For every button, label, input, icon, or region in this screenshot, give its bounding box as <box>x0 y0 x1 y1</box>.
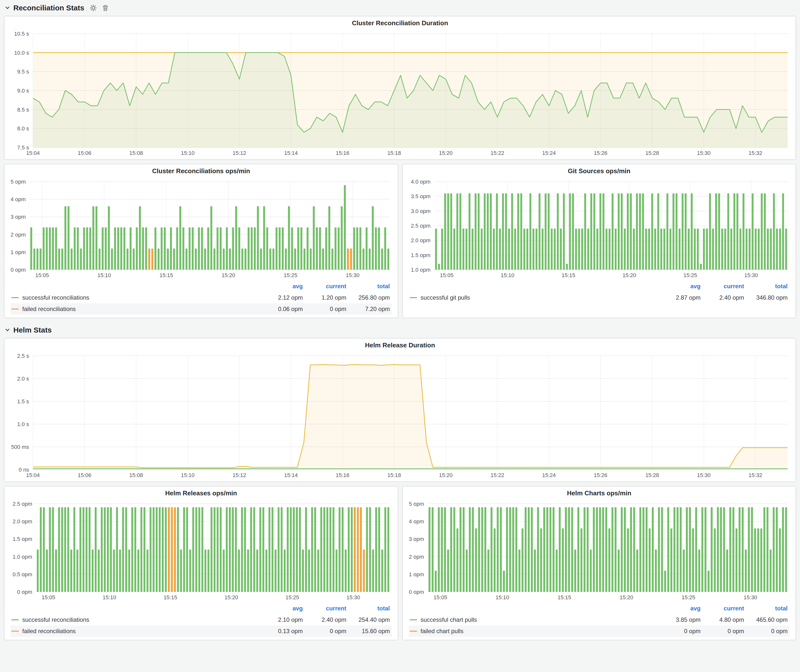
legend-header-avg[interactable]: avg <box>261 605 305 612</box>
svg-text:15:14: 15:14 <box>284 472 298 478</box>
chart-cluster-reconciliations-opm[interactable]: 0 opm1 opm2 opm3 opm4 opm5 opm15:0515:10… <box>6 178 396 280</box>
legend-value: 7.20 opm <box>348 306 392 312</box>
legend-value: 2.40 opm <box>305 616 348 623</box>
chevron-down-icon[interactable] <box>5 328 10 333</box>
legend-header-row: avgcurrenttotal <box>10 603 392 614</box>
legend-value: 0 opm <box>702 628 746 635</box>
svg-text:2.5 opm: 2.5 opm <box>411 223 431 229</box>
svg-text:0.5 opm: 0.5 opm <box>13 571 32 578</box>
chart-helm-releases-opm[interactable]: 0 opm0.5 opm1.0 opm1.5 opm2.0 opm2.5 opm… <box>6 500 396 602</box>
panel-title[interactable]: Cluster Reconciliation Duration <box>6 16 794 30</box>
series-dash-icon <box>410 297 417 298</box>
panel-row-reconciliation: Cluster Reconciliations ops/min 0 opm1 o… <box>4 164 796 318</box>
panel-title[interactable]: Helm Release Duration <box>6 338 794 352</box>
panel-title[interactable]: Git Sources ops/min <box>405 164 794 178</box>
svg-text:9.0 s: 9.0 s <box>17 88 29 94</box>
panel-title[interactable]: Helm Charts ops/min <box>405 486 794 500</box>
legend-row[interactable]: failed chart pulls0 opm0 opm0 opm <box>409 626 790 637</box>
legend-header-current[interactable]: current <box>305 283 348 290</box>
svg-text:15:10: 15:10 <box>181 472 194 478</box>
legend-header-current[interactable]: current <box>702 605 746 612</box>
legend-header-avg[interactable]: avg <box>261 283 305 290</box>
chart-helm-release-duration[interactable]: 0 ns500 ms1.0 s1.5 s2.0 s2.5 s15:0415:06… <box>6 352 794 480</box>
legend-value: 346.80 opm <box>746 294 790 301</box>
panel-title[interactable]: Cluster Reconciliations ops/min <box>6 164 396 178</box>
svg-text:15:18: 15:18 <box>387 150 401 156</box>
legend-helm-releases: avgcurrenttotalsuccessful reconciliation… <box>6 602 396 638</box>
svg-text:15:10: 15:10 <box>501 272 514 278</box>
svg-text:2.5 s: 2.5 s <box>17 353 29 359</box>
legend-row[interactable]: failed reconciliations0.13 opm0 opm15.60… <box>10 626 392 637</box>
series-dash-icon <box>11 619 19 620</box>
legend-header-current[interactable]: current <box>305 605 348 612</box>
legend-row[interactable]: failed reconciliations0.06 opm0 opm7.20 … <box>10 303 392 315</box>
panel-helm-releases-opm: Helm Releases ops/min 0 opm0.5 opm1.0 op… <box>4 486 398 640</box>
series-dash-icon <box>410 631 417 632</box>
panel-title[interactable]: Helm Releases ops/min <box>6 486 396 500</box>
legend-row[interactable]: successful reconciliations2.12 opm1.20 o… <box>10 292 392 303</box>
series-name: successful chart pulls <box>421 616 477 623</box>
legend-value: 2.87 opm <box>659 294 702 301</box>
series-name: successful reconciliations <box>22 294 89 301</box>
legend-header-current[interactable]: current <box>702 283 746 290</box>
svg-text:15:30: 15:30 <box>744 272 758 278</box>
legend-header-avg[interactable]: avg <box>659 283 702 290</box>
svg-text:1.0 opm: 1.0 opm <box>411 267 431 273</box>
svg-text:15:30: 15:30 <box>697 472 710 478</box>
svg-text:3 opm: 3 opm <box>11 214 26 220</box>
legend-value: 0.06 opm <box>261 306 305 312</box>
svg-text:15:14: 15:14 <box>284 150 298 156</box>
section-header-reconciliation-stats: Reconciliation Stats <box>4 0 796 16</box>
legend-value: 0 opm <box>746 628 790 635</box>
svg-text:15:15: 15:15 <box>163 594 177 600</box>
section-header-helm-stats: Helm Stats <box>4 322 796 338</box>
svg-text:2.0 s: 2.0 s <box>17 376 29 382</box>
svg-text:2.0 opm: 2.0 opm <box>411 237 431 243</box>
legend-header-total[interactable]: total <box>348 283 392 290</box>
svg-text:1 opm: 1 opm <box>11 249 26 255</box>
legend-header-avg[interactable]: avg <box>659 605 702 612</box>
legend-value: 254.40 opm <box>348 616 392 623</box>
section-title-helm-stats[interactable]: Helm Stats <box>13 326 52 334</box>
svg-text:8.5 s: 8.5 s <box>17 107 29 113</box>
svg-text:15:05: 15:05 <box>42 594 55 600</box>
svg-text:10.5 s: 10.5 s <box>14 31 29 37</box>
legend-header-total[interactable]: total <box>746 283 790 290</box>
svg-text:5 opm: 5 opm <box>11 179 26 185</box>
legend-cluster-reconciliations: avgcurrenttotalsuccessful reconciliation… <box>6 280 396 316</box>
legend-row[interactable]: successful reconciliations2.10 opm2.40 o… <box>10 614 392 626</box>
series-dash-icon <box>11 631 19 632</box>
svg-text:0 opm: 0 opm <box>409 589 424 595</box>
series-name: failed reconciliations <box>22 628 76 635</box>
legend-row[interactable]: successful chart pulls3.85 opm4.80 opm46… <box>409 614 790 626</box>
legend-value: 3.85 opm <box>659 616 702 623</box>
svg-text:4 opm: 4 opm <box>409 518 424 525</box>
svg-text:15:15: 15:15 <box>562 272 575 278</box>
svg-text:1.0 s: 1.0 s <box>17 421 29 427</box>
svg-text:2 opm: 2 opm <box>11 232 26 238</box>
panel-cluster-reconciliation-duration: Cluster Reconciliation Duration 7.5 s8.0… <box>4 16 796 160</box>
chart-git-sources-opm[interactable]: 1.0 opm1.5 opm2.0 opm2.5 opm3.0 opm3.5 o… <box>405 178 794 280</box>
chart-cluster-reconciliation-duration[interactable]: 7.5 s8.0 s8.5 s9.0 s9.5 s10.0 s10.5 s15:… <box>6 30 794 157</box>
section-title-reconciliation-stats[interactable]: Reconciliation Stats <box>13 4 84 12</box>
svg-text:15:08: 15:08 <box>130 150 143 156</box>
trash-icon[interactable] <box>102 5 109 11</box>
series-name: successful reconciliations <box>22 616 89 623</box>
svg-text:15:25: 15:25 <box>284 272 298 278</box>
series-dash-icon <box>410 619 417 620</box>
svg-text:15:08: 15:08 <box>130 472 143 478</box>
legend-header-total[interactable]: total <box>746 605 790 612</box>
svg-text:9.5 s: 9.5 s <box>17 69 29 75</box>
chart-helm-charts-opm[interactable]: 0 opm1 opm2 opm3 opm4 opm5 opm15:0515:10… <box>405 500 794 602</box>
legend-row[interactable]: successful git pulls2.87 opm2.40 opm346.… <box>409 292 790 303</box>
chevron-down-icon[interactable] <box>5 5 10 10</box>
legend-header-total[interactable]: total <box>348 605 392 612</box>
svg-text:15:20: 15:20 <box>620 594 633 600</box>
legend-value: 0 opm <box>305 628 348 635</box>
gear-icon[interactable] <box>90 5 97 11</box>
svg-text:15:04: 15:04 <box>26 472 40 478</box>
series-dash-icon <box>11 309 19 310</box>
series-dash-icon <box>11 297 19 298</box>
svg-text:15:05: 15:05 <box>434 594 447 600</box>
svg-text:1.5 opm: 1.5 opm <box>13 536 32 542</box>
